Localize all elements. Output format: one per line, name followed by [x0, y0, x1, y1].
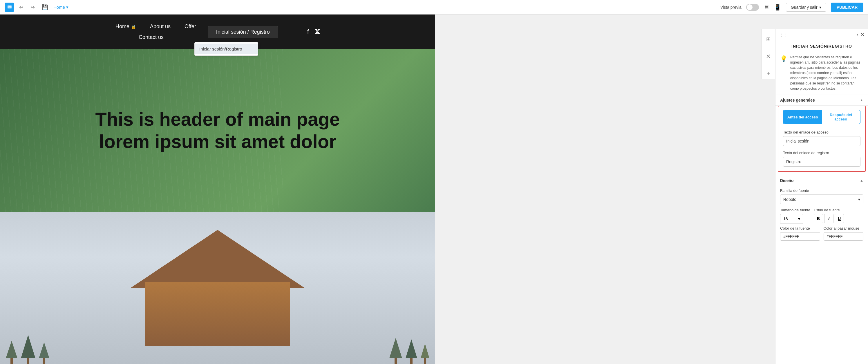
panel-info-text: Permite que los visitantes se registren … [790, 55, 863, 91]
guardar-chevron-icon: ▾ [819, 5, 821, 9]
access-link-field: Texto del enlace de acceso [778, 128, 865, 148]
right-panel: ⋮⋮ ⟩ ✕ INICIAR SESIÓN/REGISTRO 💡 Permite… [775, 29, 868, 364]
font-style-label: Estilo de fuente [814, 208, 844, 212]
font-family-select[interactable]: Roboto ▾ [780, 194, 863, 204]
twitter-icon[interactable]: 𝕏 [315, 28, 320, 36]
page-selector-button[interactable]: Home ▾ [53, 5, 68, 10]
vista-previa-label: Vista previa [720, 5, 742, 9]
color-hover-label: Color al pasar mouse [824, 226, 864, 231]
toolbar: ✉ ↩ ↪ 💾 Home ▾ Vista previa 🖥 📱 Guardar … [0, 0, 868, 14]
nav-about-link[interactable]: About us [150, 24, 170, 30]
nav-left-links: Home 🔒 About us Offer [116, 24, 278, 40]
offer-link-label: Offer [185, 24, 196, 30]
add-icon[interactable]: + [765, 68, 773, 79]
tab-antes-acceso[interactable]: Antes del acceso [783, 110, 822, 124]
app-logo: ✉ [5, 3, 14, 12]
diseno-section: Familia de fuente Roboto ▾ Tamaño de fue… [775, 186, 868, 243]
panel-title: INICIAR SESIÓN/REGISTRO [775, 40, 868, 51]
color-hover-col: Color al pasar mouse #FFFFFF [824, 226, 864, 241]
color-fuente-col: Color de la fuente #FFFFFF [780, 226, 820, 241]
redo-button[interactable]: ↪ [29, 3, 36, 11]
register-link-field: Texto del enlace de registro [778, 148, 865, 169]
side-icon-strip: ⊞ ✕ + [761, 29, 775, 79]
ajustes-generales-header[interactable]: Ajustes generales ▲ [775, 95, 868, 105]
tree-2 [21, 335, 35, 364]
right-tree-group [383, 338, 435, 364]
nav-center: Home 🔒 About us Offer [116, 24, 320, 40]
ajustes-chevron-icon: ▲ [860, 98, 863, 102]
diseno-header[interactable]: Diseño ▲ [775, 175, 868, 186]
about-link-label: About us [150, 24, 170, 30]
home-link-label: Home [116, 24, 129, 30]
tree-6 [421, 344, 429, 364]
house-roof [130, 230, 305, 288]
layers-icon[interactable]: ⊞ [764, 34, 773, 45]
save-icon-button[interactable]: 💾 [40, 3, 50, 11]
page-label: Home [53, 5, 65, 9]
nav-login-button[interactable]: Inicial sesión / Registro [208, 26, 278, 38]
italic-button[interactable]: I [824, 214, 834, 223]
login-btn-label: Inicial sesión / Registro [216, 29, 270, 35]
access-section: Antes del acceso Después del acceso Text… [778, 105, 866, 172]
nav-contact-link[interactable]: Contact us [139, 34, 164, 40]
site-area: Home 🔒 About us Offer [0, 14, 435, 364]
font-size-col: Tamaño de fuente 16 ▾ [780, 208, 810, 224]
house-body [145, 282, 290, 346]
tree-4 [389, 338, 402, 364]
tab-despues-acceso[interactable]: Después del acceso [822, 110, 860, 124]
style-buttons: B I U [814, 214, 844, 223]
panel-close-button[interactable]: ✕ [860, 31, 865, 38]
tree-5 [406, 339, 417, 364]
register-link-label: Texto del enlace de registro [783, 151, 861, 155]
color-fuente-input[interactable]: #FFFFFF [780, 232, 820, 241]
access-tabs: Antes del acceso Después del acceso [783, 110, 861, 124]
font-family-chevron-icon: ▾ [858, 197, 860, 202]
diseno-chevron-icon: ▲ [860, 179, 863, 183]
desktop-icon[interactable]: 🖥 [764, 4, 769, 10]
font-style-col: Estilo de fuente B I U [814, 208, 844, 224]
register-link-input[interactable] [783, 157, 861, 166]
bold-button[interactable]: B [814, 214, 823, 223]
access-link-label: Texto del enlace de acceso [783, 130, 861, 134]
guardar-salir-button[interactable]: Guardar y salir ▾ [786, 3, 826, 11]
left-tree-group [0, 335, 55, 364]
publicar-button[interactable]: PUBLICAR [831, 3, 863, 12]
font-size-chevron-icon: ▾ [798, 216, 800, 221]
house-shape [130, 230, 305, 346]
hero-section: This is header of main page lorem ipsum … [0, 49, 435, 212]
nav-home-link[interactable]: Home 🔒 [116, 24, 136, 30]
font-size-style-row: Tamaño de fuente 16 ▾ Estilo de fuente B… [780, 208, 863, 224]
underline-button[interactable]: U [835, 214, 844, 223]
info-bulb-icon: 💡 [780, 55, 787, 62]
panel-collapse-button[interactable]: ⟩ [857, 31, 858, 38]
font-family-label: Familia de fuente [780, 188, 863, 193]
login-dropdown-item[interactable]: Iniciar sesión/Registro [195, 43, 258, 54]
bottom-section [0, 212, 435, 364]
font-size-select[interactable]: 16 ▾ [780, 214, 803, 224]
preview-toggle[interactable] [746, 4, 759, 11]
nav-wrapper: Home 🔒 About us Offer [0, 14, 435, 49]
font-size-label: Tamaño de fuente [780, 208, 810, 212]
contact-link-label: Contact us [139, 34, 164, 40]
login-dropdown: Iniciar sesión/Registro [194, 42, 258, 56]
access-link-input[interactable] [783, 136, 861, 146]
color-fuente-label: Color de la fuente [780, 226, 820, 231]
page-chevron-icon: ▾ [66, 5, 68, 10]
color-hover-input[interactable]: #FFFFFF [824, 232, 864, 241]
tree-1 [6, 341, 18, 364]
close-side-icon[interactable]: ✕ [764, 51, 773, 62]
facebook-icon[interactable]: f [307, 28, 309, 36]
hero-title: This is header of main page lorem ipsum … [87, 108, 348, 153]
house-image [0, 212, 435, 364]
home-lock-icon: 🔒 [131, 24, 136, 29]
nav-offer-link[interactable]: Offer [185, 24, 196, 30]
color-row: Color de la fuente #FFFFFF Color al pasa… [780, 226, 863, 241]
mobile-icon[interactable]: 📱 [774, 4, 781, 11]
panel-header: ⋮⋮ ⟩ ✕ [775, 29, 868, 40]
undo-button[interactable]: ↩ [18, 3, 25, 11]
nav-social: f 𝕏 [307, 28, 320, 36]
panel-info: 💡 Permite que los visitantes se registre… [775, 51, 868, 95]
drag-handle-icon[interactable]: ⋮⋮ [779, 32, 788, 37]
toolbar-right: Vista previa 🖥 📱 Guardar y salir ▾ PUBLI… [720, 3, 863, 12]
tree-3 [39, 342, 49, 364]
